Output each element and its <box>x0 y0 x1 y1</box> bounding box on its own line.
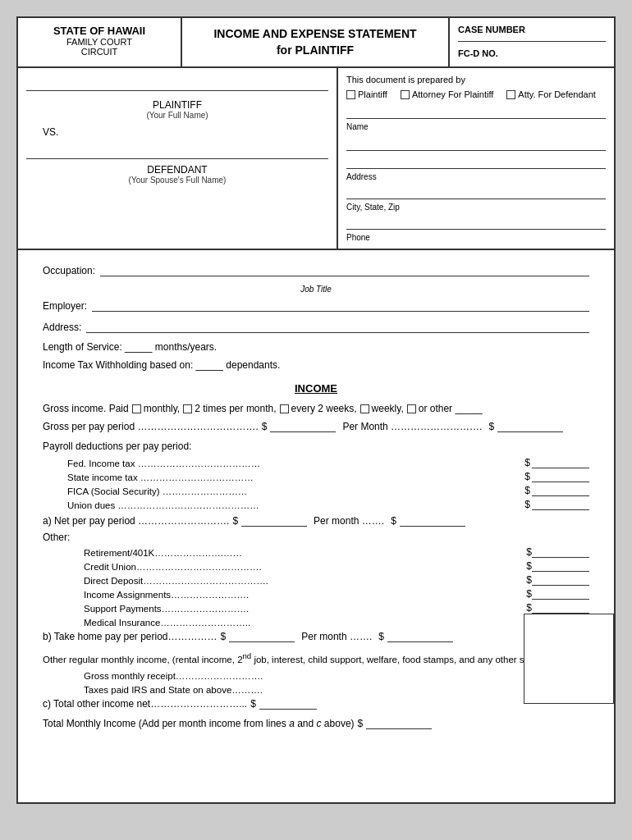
gross-monthly-row: Gross monthly receipt………………………. $ <box>84 669 589 681</box>
attorney-checkbox-box[interactable] <box>401 90 410 99</box>
fed-tax-field[interactable] <box>532 457 589 468</box>
total-monthly-field[interactable] <box>366 718 432 729</box>
direct-deposit-label: Direct Deposit…………………………………. <box>84 576 526 586</box>
checkbox-attorney[interactable]: Attorney For Plaintiff <box>401 89 493 99</box>
take-home-field[interactable] <box>229 631 295 642</box>
gross-dollar-sign: $ <box>262 421 268 432</box>
income-assignments-row: Income Assignments……………………. $ <box>84 588 589 600</box>
every2weeks-checkbox[interactable]: every 2 weeks, <box>280 403 357 414</box>
party-section: PLAINTIFF (Your Full Name) VS. DEFENDANT… <box>18 68 614 250</box>
deduction-state: State income tax ……………………………… $ <box>67 471 589 482</box>
per-month-dollar-sign: $ <box>488 421 494 432</box>
direct-deposit-field[interactable] <box>532 574 589 586</box>
credit-union-field[interactable] <box>532 560 589 572</box>
checkbox-plaintiff[interactable]: Plaintiff <box>346 89 387 99</box>
page: STATE OF HAWAII FAMILY COURT CIRCUIT INC… <box>16 16 616 804</box>
net-per-month-dollar-sign: $ <box>391 515 396 527</box>
monthly-label: monthly, <box>144 403 180 414</box>
checkbox-atty-defendant[interactable]: Atty. For Defendant <box>506 89 596 99</box>
court-subtitle: FAMILY COURT <box>26 37 172 47</box>
defendant-sublabel: (Your Spouse's Full Name) <box>26 176 328 185</box>
job-title-label: Job Title <box>43 285 589 294</box>
every2weeks-checkbox-box[interactable] <box>280 404 289 413</box>
case-number-label: CASE NUMBER <box>458 25 606 42</box>
preparer-address-field[interactable] <box>346 136 606 151</box>
address-label: Address: <box>43 322 81 333</box>
orother-label: or other _____ <box>419 403 483 414</box>
income-assignments-field[interactable] <box>532 588 589 600</box>
defendant-name-field[interactable] <box>26 144 328 159</box>
fica-field[interactable] <box>532 485 589 496</box>
employer-row: Employer: <box>43 299 589 312</box>
net-per-pay-row: a) Net per pay period ………………………. $ Per m… <box>43 515 589 527</box>
employer-label: Employer: <box>43 300 87 312</box>
occupation-field[interactable] <box>100 263 589 276</box>
gross-per-pay-field[interactable] <box>270 421 336 432</box>
preparer-phone-field[interactable] <box>346 215 606 230</box>
plaintiff-option: Plaintiff <box>358 89 387 99</box>
deduction-fica: FICA (Social Security) ……………………… $ <box>67 485 589 496</box>
preparer-city-state-zip-field[interactable] <box>346 185 606 199</box>
employer-field[interactable] <box>92 299 589 312</box>
take-home-dollar-sign: $ <box>221 631 227 642</box>
retirement-field[interactable] <box>532 546 589 558</box>
length-unit: months/years. <box>155 341 217 353</box>
orother-checkbox-box[interactable] <box>407 404 416 413</box>
gross-income-row: Gross income. Paid monthly, 2 times per … <box>43 403 589 414</box>
total-other-field[interactable] <box>259 698 317 710</box>
support-payments-label: Support Payments………………………. <box>84 604 526 614</box>
take-home-per-month-label: Per month ……. <box>301 631 372 642</box>
weekly-checkbox[interactable]: weekly, <box>360 403 404 414</box>
take-home-label: b) Take home pay per period…………… <box>43 631 218 642</box>
credit-union-dollar: $ <box>526 560 532 572</box>
attorney-option: Attorney For Plaintiff <box>412 89 493 99</box>
atty-defendant-checkbox-box[interactable] <box>506 90 515 99</box>
monthly-checkbox[interactable]: monthly, <box>132 403 180 414</box>
income-assignments-dollar: $ <box>526 588 532 600</box>
take-home-per-month-field[interactable] <box>387 631 453 642</box>
defendant-block: DEFENDANT (Your Spouse's Full Name) <box>26 164 328 185</box>
total-monthly-row: Total Monthly Income (Add per month inco… <box>43 718 589 729</box>
monthly-checkbox-box[interactable] <box>132 404 141 413</box>
retirement-dollar: $ <box>526 546 532 558</box>
form-title-line2: for PLAINTIFF <box>213 43 416 59</box>
preparer-name-field[interactable] <box>346 104 606 119</box>
deduction-table: Fed. Income tax ………………………………… $ State in… <box>67 457 589 510</box>
vs-block: VS. <box>26 120 328 144</box>
plaintiff-checkbox-box[interactable] <box>346 90 355 99</box>
address-field[interactable] <box>86 320 589 333</box>
prepared-by-checkboxes: Plaintiff Attorney For Plaintiff Atty. F… <box>346 89 606 99</box>
union-dollar: $ <box>524 499 530 510</box>
2times-label: 2 times per month, <box>195 403 276 414</box>
weekly-checkbox-box[interactable] <box>360 404 369 413</box>
atty-defendant-option: Atty. For Defendant <box>518 89 596 99</box>
weekly-label: weekly, <box>372 403 404 414</box>
tax-unit: dependants. <box>226 359 280 371</box>
net-per-pay-field[interactable] <box>241 515 307 527</box>
fed-dollar: $ <box>524 457 530 468</box>
vs-label: VS. <box>43 126 58 138</box>
union-dues-label: Union dues ……………………………………… <box>67 500 524 510</box>
plaintiff-name-field[interactable] <box>26 76 328 91</box>
support-payments-row: Support Payments………………………. $ <box>84 602 589 614</box>
credit-union-label: Credit Union…………………………………. <box>84 562 526 572</box>
net-per-month-label: Per month ……. <box>314 515 384 527</box>
net-per-month-field[interactable] <box>400 515 465 527</box>
2times-checkbox[interactable]: 2 times per month, <box>183 403 276 414</box>
tax-withholding-label: Income Tax Withholding based on: <box>43 359 193 371</box>
credit-union-row: Credit Union…………………………………. $ <box>84 560 589 572</box>
2times-checkbox-box[interactable] <box>183 404 192 413</box>
every2weeks-label: every 2 weeks, <box>291 403 357 414</box>
state-tax-field[interactable] <box>532 471 589 482</box>
support-payments-field[interactable] <box>532 602 589 614</box>
circuit-subtitle: CIRCUIT <box>26 47 172 57</box>
occupation-label: Occupation: <box>43 265 95 276</box>
deduction-fed: Fed. Income tax ………………………………… $ <box>67 457 589 468</box>
union-dues-field[interactable] <box>532 499 589 510</box>
per-month-field[interactable] <box>497 421 563 432</box>
header: STATE OF HAWAII FAMILY COURT CIRCUIT INC… <box>18 18 614 68</box>
total-monthly-label: Total Monthly Income (Add per month inco… <box>43 718 355 729</box>
orother-checkbox[interactable]: or other _____ <box>407 403 483 414</box>
address-field-label: Address <box>346 172 606 181</box>
preparer-address2-field[interactable] <box>346 154 606 169</box>
